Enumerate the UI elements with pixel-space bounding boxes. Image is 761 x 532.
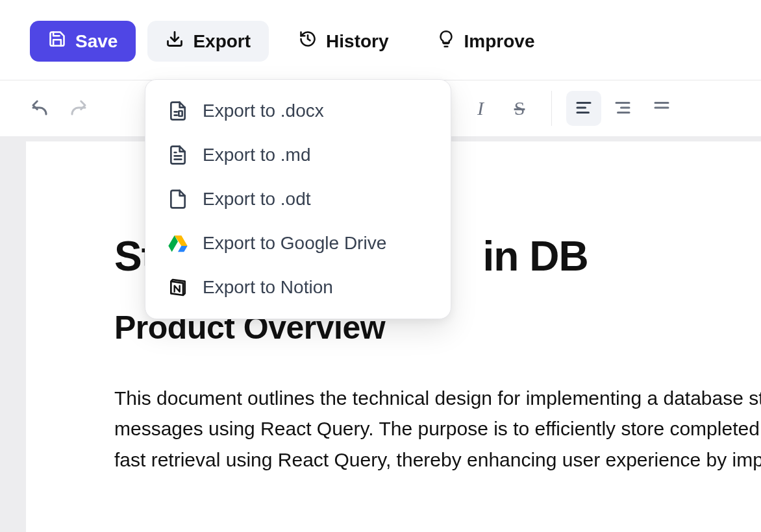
download-icon — [166, 30, 184, 53]
export-option-label: Export to .docx — [203, 101, 324, 121]
action-toolbar: Save Export History — [0, 0, 761, 80]
history-button[interactable]: History — [281, 21, 406, 62]
export-option-docx[interactable]: Export to .docx — [145, 89, 451, 133]
history-icon — [299, 30, 317, 53]
align-right-icon — [613, 98, 632, 119]
export-option-odt[interactable]: Export to .odt — [145, 177, 451, 221]
export-option-google-drive[interactable]: Export to Google Drive — [145, 221, 451, 265]
undo-icon — [30, 98, 49, 119]
redo-button[interactable] — [61, 91, 96, 126]
align-left-button[interactable] — [566, 91, 601, 126]
save-button-label: Save — [75, 31, 118, 52]
export-option-notion[interactable]: Export to Notion — [145, 265, 451, 309]
strikethrough-icon: S — [514, 97, 525, 119]
improve-button[interactable]: Improve — [419, 21, 553, 62]
align-left-icon — [574, 98, 593, 119]
history-button-label: History — [326, 31, 388, 52]
file-docx-icon — [168, 101, 188, 121]
italic-button[interactable]: I — [463, 91, 498, 126]
align-justify-button[interactable] — [644, 91, 679, 126]
redo-icon — [69, 98, 88, 119]
save-button[interactable]: Save — [30, 21, 136, 62]
improve-button-label: Improve — [464, 31, 535, 52]
file-text-icon — [168, 145, 188, 165]
svg-rect-13 — [179, 111, 182, 116]
undo-button[interactable] — [22, 91, 57, 126]
strikethrough-button[interactable]: S — [502, 91, 537, 126]
title-fragment-right: in DB — [483, 233, 588, 280]
export-option-label: Export to .md — [203, 145, 311, 165]
export-button[interactable]: Export — [147, 21, 269, 62]
align-right-button[interactable] — [605, 91, 640, 126]
document-paragraph-line[interactable]: This document outlines the technical des… — [114, 383, 761, 413]
italic-icon: I — [477, 97, 484, 119]
export-dropdown: Export to .docx Export to .md Export to … — [145, 79, 451, 319]
export-option-label: Export to Google Drive — [203, 233, 386, 254]
save-icon — [48, 30, 66, 53]
align-justify-icon — [652, 98, 671, 119]
notion-icon — [168, 277, 188, 298]
export-option-label: Export to Notion — [203, 277, 333, 298]
google-drive-icon — [168, 233, 188, 254]
document-paragraph-line[interactable]: fast retrieval using React Query, thereb… — [114, 444, 761, 475]
file-blank-icon — [168, 189, 188, 210]
export-option-label: Export to .odt — [203, 189, 311, 210]
export-button-label: Export — [193, 31, 251, 52]
export-option-md[interactable]: Export to .md — [145, 133, 451, 177]
document-paragraph-line[interactable]: messages using React Query. The purpose … — [114, 413, 761, 444]
lightbulb-icon — [437, 30, 455, 53]
svg-line-2 — [308, 39, 310, 40]
